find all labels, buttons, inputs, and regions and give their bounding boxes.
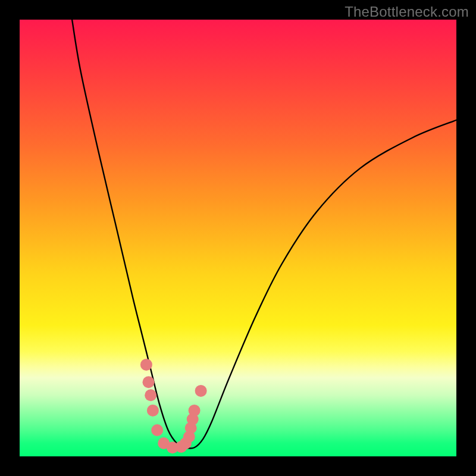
highlight-marker [158, 437, 170, 449]
watermark-text: TheBottleneck.com [345, 4, 469, 20]
highlight-marker [140, 359, 152, 371]
highlight-marker [167, 441, 178, 453]
highlight-marker [183, 431, 195, 443]
marker-layer [140, 359, 207, 453]
highlight-marker [185, 422, 197, 434]
highlight-marker [180, 437, 192, 449]
highlight-marker [147, 405, 159, 416]
highlight-marker [151, 424, 163, 436]
highlight-marker [143, 376, 155, 388]
highlight-marker [195, 385, 207, 397]
chart-svg [20, 20, 456, 456]
highlight-marker [187, 414, 199, 425]
highlight-marker [145, 389, 156, 401]
curve-layer [72, 20, 456, 449]
highlight-marker [189, 405, 201, 416]
highlight-marker [176, 441, 187, 453]
bottleneck-curve [72, 20, 456, 449]
chart-frame: TheBottleneck.com [0, 0, 476, 476]
plot-area [20, 20, 456, 456]
